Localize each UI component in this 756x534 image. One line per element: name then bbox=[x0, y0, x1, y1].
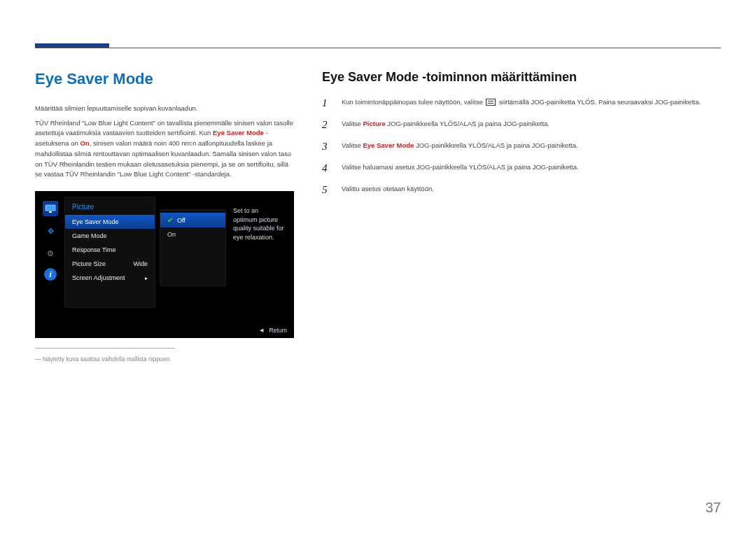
osd-option-label: Off bbox=[177, 217, 186, 224]
step-number: 4 bbox=[322, 162, 332, 174]
move-icon: ✥ bbox=[43, 223, 58, 239]
step-list: 1 Kun toimintonäppäinopas tulee näyttöön… bbox=[322, 97, 721, 196]
step3-red: Eye Saver Mode bbox=[363, 141, 414, 149]
osd-body: ✥ ⚙ i Picture Eye Saver Mode Game Mode bbox=[35, 191, 294, 314]
step-1: 1 Kun toimintonäppäinopas tulee näyttöön… bbox=[322, 97, 721, 109]
osd-row-value: ▸ bbox=[145, 275, 148, 281]
menu-icon bbox=[486, 99, 496, 106]
osd-row-response-time[interactable]: Response Time bbox=[65, 243, 155, 257]
page-number: 37 bbox=[706, 500, 721, 516]
left-column: Eye Saver Mode Määrittää silmien lepuutt… bbox=[35, 70, 294, 363]
osd-row-label: Screen Adjustment bbox=[72, 274, 125, 281]
step-4: 4 Valitse haluamasi asetus JOG-painikkee… bbox=[322, 162, 721, 174]
footnote-text: Näytetty kuva saattaa vaihdella mallista… bbox=[35, 356, 175, 363]
tuv-paragraph: TÜV Rheinland "Low Blue Light Content" o… bbox=[35, 118, 294, 180]
step-5: 5 Valittu asetus otetaan käyttöön. bbox=[322, 184, 721, 196]
step-text: Valitse Eye Saver Mode JOG-painikkeella … bbox=[342, 141, 721, 151]
gear-icon: ⚙ bbox=[43, 246, 58, 261]
step-2: 2 Valitse Picture JOG-painikkeella YLÖS/… bbox=[322, 119, 721, 131]
step3-pre: Valitse bbox=[342, 141, 363, 149]
osd-row-label: Eye Saver Mode bbox=[72, 218, 119, 225]
top-rule bbox=[35, 48, 721, 48]
page: Eye Saver Mode Määrittää silmien lepuutt… bbox=[0, 0, 756, 534]
osd-return-label: Return bbox=[269, 327, 287, 334]
check-icon: ✔ bbox=[167, 216, 173, 224]
step-3: 3 Valitse Eye Saver Mode JOG-painikkeell… bbox=[322, 141, 721, 153]
monitor-icon bbox=[43, 201, 58, 216]
osd-menu-title: Picture bbox=[65, 200, 155, 215]
osd-value-list: ✔ Off On bbox=[160, 209, 226, 286]
osd-row-label: Game Mode bbox=[72, 232, 107, 239]
top-rule-accent bbox=[35, 43, 109, 48]
step-text: Valitse haluamasi asetus JOG-painikkeell… bbox=[342, 162, 721, 173]
step-number: 5 bbox=[322, 184, 332, 196]
osd-row-label: Picture Size bbox=[72, 260, 106, 267]
osd-option-label: On bbox=[167, 231, 176, 238]
intro-paragraph: Määrittää silmien lepuuttamiselle sopiva… bbox=[35, 104, 294, 114]
osd-row-game-mode[interactable]: Game Mode bbox=[65, 229, 155, 243]
osd-menu: Picture Eye Saver Mode Game Mode Respons… bbox=[64, 197, 155, 308]
step-number: 1 bbox=[322, 97, 332, 109]
step2-red: Picture bbox=[363, 120, 385, 127]
step3-post: JOG-painikkeella YLÖS/ALAS ja paina JOG-… bbox=[414, 141, 578, 149]
step-number: 2 bbox=[322, 119, 332, 131]
bold-eye-saver-mode: Eye Saver Mode bbox=[213, 129, 264, 136]
osd-option-on[interactable]: On bbox=[160, 227, 225, 241]
step2-pre: Valitse bbox=[342, 120, 363, 127]
heading-configure: Eye Saver Mode -toiminnon määrittäminen bbox=[322, 70, 721, 85]
left-arrow-icon: ◀ bbox=[260, 328, 263, 333]
osd-description: Set to an optimum picture quality suitab… bbox=[230, 197, 288, 308]
osd-option-off[interactable]: ✔ Off bbox=[160, 213, 225, 227]
right-column: Eye Saver Mode -toiminnon määrittäminen … bbox=[322, 70, 721, 363]
step2-post: JOG-painikkeella YLÖS/ALAS ja paina JOG-… bbox=[386, 120, 550, 127]
svg-rect-0 bbox=[46, 205, 55, 211]
bold-on: On bbox=[80, 139, 89, 147]
osd-row-picture-size[interactable]: Picture Size Wide bbox=[65, 257, 155, 271]
columns: Eye Saver Mode Määrittää silmien lepuutt… bbox=[35, 0, 721, 363]
osd-row-label: Response Time bbox=[72, 246, 116, 253]
info-icon: i bbox=[44, 268, 57, 281]
osd-row-screen-adjustment[interactable]: Screen Adjustment ▸ bbox=[65, 271, 155, 285]
step-text: Kun toimintonäppäinopas tulee näyttöön, … bbox=[342, 97, 721, 108]
osd-icon-rail: ✥ ⚙ i bbox=[41, 197, 60, 308]
osd-row-value: Wide bbox=[133, 260, 148, 267]
svg-rect-1 bbox=[49, 211, 52, 213]
osd-screenshot: ✥ ⚙ i Picture Eye Saver Mode Game Mode bbox=[35, 191, 294, 338]
step-text: Valittu asetus otetaan käyttöön. bbox=[342, 184, 721, 195]
step-text: Valitse Picture JOG-painikkeella YLÖS/AL… bbox=[342, 119, 721, 129]
osd-row-eye-saver[interactable]: Eye Saver Mode bbox=[65, 215, 155, 229]
step-number: 3 bbox=[322, 141, 332, 153]
step1-post: siirtämällä JOG-painiketta YLÖS. Paina s… bbox=[497, 98, 701, 106]
step1-pre: Kun toimintonäppäinopas tulee näyttöön, … bbox=[342, 98, 484, 106]
footnote-block: Näytetty kuva saattaa vaihdella mallista… bbox=[35, 348, 175, 363]
osd-footer: ◀ Return bbox=[260, 327, 287, 334]
heading-eye-saver-mode: Eye Saver Mode bbox=[35, 70, 294, 88]
